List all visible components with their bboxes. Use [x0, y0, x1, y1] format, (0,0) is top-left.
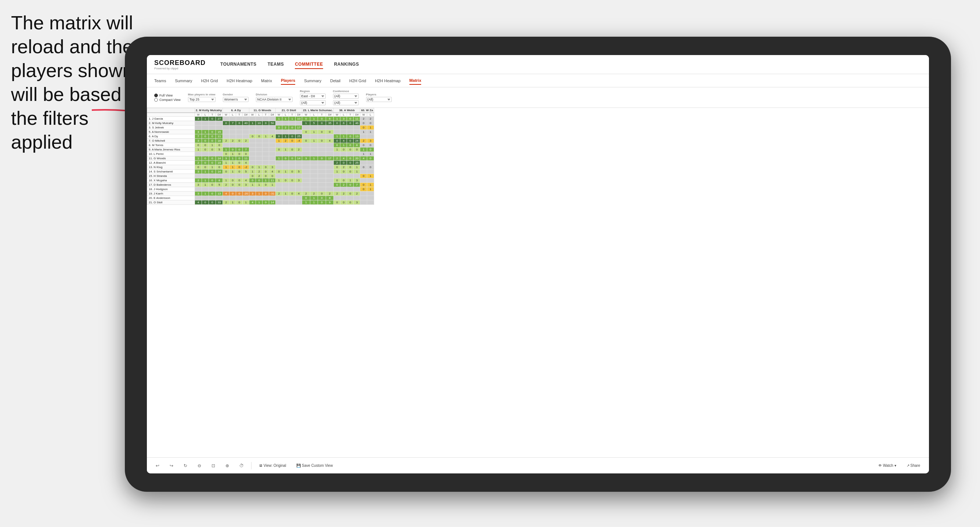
- zoom-fit-button[interactable]: ⊡: [208, 462, 218, 470]
- sub-nav-h2h-grid2[interactable]: H2H Grid: [349, 77, 366, 84]
- matrix-cell: 15: [216, 130, 223, 134]
- matrix-cell: 1: [229, 152, 236, 156]
- save-custom-button[interactable]: 💾 Save Custom View: [293, 462, 336, 469]
- compact-view-option[interactable]: Compact View: [154, 98, 181, 102]
- sub-nav-summary[interactable]: Summary: [175, 77, 192, 84]
- conference-select[interactable]: (All): [333, 94, 359, 99]
- matrix-cell: -2: [243, 165, 249, 170]
- matrix-cell: 1: [229, 156, 236, 161]
- players-select[interactable]: (All): [366, 97, 392, 102]
- conference-all-select[interactable]: (All): [333, 100, 359, 105]
- matrix-cell: 14: [296, 156, 302, 161]
- matrix-cell: 2: [340, 192, 347, 196]
- matrix-cell: [229, 134, 236, 139]
- matrix-cell: 2: [195, 161, 202, 165]
- share-button[interactable]: ↗ Share: [904, 462, 923, 469]
- matrix-cell: 0: [223, 170, 229, 174]
- sub-nav-matrix2[interactable]: Matrix: [409, 77, 421, 85]
- matrix-cell: 1: [310, 139, 318, 143]
- sub-nav-matrix[interactable]: Matrix: [261, 77, 272, 84]
- matrix-cell: [256, 139, 262, 143]
- matrix-cell: [296, 174, 302, 178]
- gender-label: Gender: [223, 93, 248, 96]
- matrix-cell: 0: [347, 170, 353, 174]
- matrix-cell: 2: [223, 183, 229, 187]
- region-select[interactable]: East - DII: [300, 94, 326, 99]
- sub-nav-h2h-heatmap2[interactable]: H2H Heatmap: [375, 77, 401, 84]
- matrix-cell: 14: [269, 200, 276, 205]
- region-all-select[interactable]: (All): [300, 100, 326, 105]
- matrix-cell: 0: [302, 196, 310, 200]
- matrix-cell: 11: [216, 134, 223, 139]
- matrix-cell: [334, 174, 340, 178]
- matrix-cell: [262, 187, 269, 192]
- view-original-button[interactable]: 🖥 View: Original: [256, 462, 289, 469]
- matrix-cell: [289, 161, 296, 165]
- player-name-cell: 20. E Andersson: [147, 196, 195, 200]
- compact-view-label: Compact View: [159, 98, 181, 102]
- matrix-cell: [249, 187, 256, 192]
- gender-select[interactable]: Women's: [223, 97, 248, 102]
- nav-committee[interactable]: COMMITTEE: [295, 60, 323, 69]
- sub-nav-summary2[interactable]: Summary: [304, 77, 321, 84]
- matrix-cell: [243, 174, 249, 178]
- matrix-cell: 1: [367, 174, 374, 178]
- player-name-cell: 19. J Karrh: [147, 192, 195, 196]
- matrix-cell: [367, 192, 374, 196]
- matrix-cell: [256, 187, 262, 192]
- player-name-cell: 3. S Jelinek: [147, 125, 195, 130]
- sub-nav-teams[interactable]: Teams: [154, 77, 166, 84]
- sub-nav-h2h-grid[interactable]: H2H Grid: [201, 77, 218, 84]
- matrix-cell: [296, 121, 302, 125]
- matrix-cell: [289, 196, 296, 200]
- matrix-cell: 1: [282, 134, 289, 139]
- matrix-cell: [326, 183, 334, 187]
- nav-rankings[interactable]: RANKINGS: [334, 60, 359, 69]
- matrix-cell: [223, 125, 229, 130]
- zoom-out-button[interactable]: ⊖: [195, 462, 204, 470]
- matrix-cell: 0: [262, 121, 269, 125]
- watch-button[interactable]: 👁 Watch ▾: [875, 462, 899, 469]
- matrix-cell: 0: [236, 148, 243, 152]
- division-select[interactable]: NCAA Division II: [256, 97, 293, 102]
- compact-view-radio[interactable]: [154, 98, 158, 102]
- matrix-cell: [282, 152, 289, 156]
- refresh-button[interactable]: ↻: [181, 462, 190, 470]
- matrix-cell: [318, 183, 326, 187]
- matrix-cell: [296, 161, 302, 165]
- matrix-cell: 0: [236, 139, 243, 143]
- timer-button[interactable]: ⏱: [237, 462, 247, 470]
- matrix-cell: 0: [262, 165, 269, 170]
- sub-nav-h2h-heatmap[interactable]: H2H Heatmap: [227, 77, 252, 84]
- matrix-cell: 0: [367, 156, 374, 161]
- sub-nav: Teams Summary H2H Grid H2H Heatmap Matri…: [147, 74, 929, 87]
- matrix-cell: [340, 174, 347, 178]
- matrix-cell: 0: [334, 139, 340, 143]
- matrix-cell: 8: [353, 143, 360, 148]
- matrix-cell: [318, 187, 326, 192]
- zoom-in-button[interactable]: ⊕: [223, 462, 232, 470]
- max-players-select[interactable]: Top 25: [188, 97, 216, 102]
- matrix-cell: [302, 148, 310, 152]
- nav-tournaments[interactable]: TOURNAMENTS: [220, 60, 257, 69]
- matrix-cell: 5: [310, 121, 318, 125]
- full-view-option[interactable]: Full View: [154, 94, 181, 97]
- matrix-cell: 1: [229, 170, 236, 174]
- matrix-cell: [326, 134, 334, 139]
- matrix-cell: 0: [360, 187, 367, 192]
- nav-teams[interactable]: TEAMS: [268, 60, 284, 69]
- matrix-cell: 0: [334, 121, 340, 125]
- sub-nav-detail[interactable]: Detail: [330, 77, 340, 84]
- zoom-fit-icon: ⊡: [212, 463, 215, 468]
- matrix-cell: [326, 170, 334, 174]
- matrix-cell: [302, 165, 310, 170]
- matrix-cell: 1: [340, 134, 347, 139]
- matrix-cell: 2: [360, 139, 367, 143]
- redo-button[interactable]: ↪: [167, 462, 176, 470]
- full-view-radio[interactable]: [154, 94, 158, 97]
- sub-nav-players[interactable]: Players: [281, 77, 295, 85]
- undo-button[interactable]: ↩: [153, 462, 162, 470]
- matrix-cell: 3: [243, 183, 249, 187]
- table-row: 16. X Mcgaha210810040011110030013: [147, 178, 374, 183]
- matrix-content[interactable]: 2. M Kelly Mulcahy 6. A Dy 11. G Woods 2…: [147, 108, 929, 459]
